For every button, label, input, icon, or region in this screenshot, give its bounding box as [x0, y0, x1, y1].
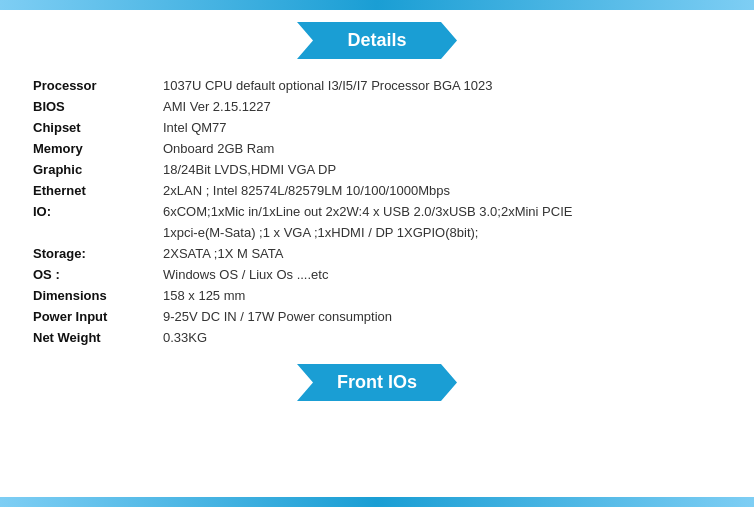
table-row: Storage:2XSATA ;1X M SATA [27, 243, 727, 264]
row-value: AMI Ver 2.15.1227 [157, 96, 727, 117]
row-label: Ethernet [27, 180, 157, 201]
table-row: BIOSAMI Ver 2.15.1227 [27, 96, 727, 117]
table-row: MemoryOnboard 2GB Ram [27, 138, 727, 159]
row-label: OS : [27, 264, 157, 285]
front-ios-banner: Front IOs [297, 364, 457, 401]
row-value: Windows OS / Liux Os ....etc [157, 264, 727, 285]
top-border [0, 0, 754, 10]
row-value: 18/24Bit LVDS,HDMI VGA DP [157, 159, 727, 180]
table-row: 1xpci-e(M-Sata) ;1 x VGA ;1xHDMI / DP 1X… [27, 222, 727, 243]
table-row: Graphic18/24Bit LVDS,HDMI VGA DP [27, 159, 727, 180]
table-row: Ethernet2xLAN ; Intel 82574L/82579LM 10/… [27, 180, 727, 201]
page-content: Details Processor1037U CPU default optio… [0, 10, 754, 497]
details-title: Details [347, 30, 406, 50]
row-label: Storage: [27, 243, 157, 264]
table-row: ChipsetIntel QM77 [27, 117, 727, 138]
row-label: IO: [27, 201, 157, 222]
row-label: Processor [27, 75, 157, 96]
front-ios-banner-shape: Front IOs [297, 364, 457, 401]
table-row: Net Weight0.33KG [27, 327, 727, 348]
row-label: Chipset [27, 117, 157, 138]
row-label: Dimensions [27, 285, 157, 306]
details-banner: Details [297, 22, 457, 59]
table-row: OS :Windows OS / Liux Os ....etc [27, 264, 727, 285]
table-row: IO:6xCOM;1xMic in/1xLine out 2x2W:4 x US… [27, 201, 727, 222]
row-value: 1037U CPU default optional I3/I5/I7 Proc… [157, 75, 727, 96]
row-label: Graphic [27, 159, 157, 180]
table-row: Processor1037U CPU default optional I3/I… [27, 75, 727, 96]
details-table: Processor1037U CPU default optional I3/I… [27, 75, 727, 348]
row-label: Memory [27, 138, 157, 159]
row-value: 158 x 125 mm [157, 285, 727, 306]
row-value: Onboard 2GB Ram [157, 138, 727, 159]
row-value: 0.33KG [157, 327, 727, 348]
row-value: 2XSATA ;1X M SATA [157, 243, 727, 264]
row-label: Net Weight [27, 327, 157, 348]
row-value: 6xCOM;1xMic in/1xLine out 2x2W:4 x USB 2… [157, 201, 727, 222]
row-value: 9-25V DC IN / 17W Power consumption [157, 306, 727, 327]
row-label: BIOS [27, 96, 157, 117]
table-row: Power Input9-25V DC IN / 17W Power consu… [27, 306, 727, 327]
details-banner-shape: Details [297, 22, 457, 59]
row-value: 1xpci-e(M-Sata) ;1 x VGA ;1xHDMI / DP 1X… [157, 222, 727, 243]
row-value: 2xLAN ; Intel 82574L/82579LM 10/100/1000… [157, 180, 727, 201]
front-ios-title: Front IOs [337, 372, 417, 392]
bottom-border [0, 497, 754, 507]
row-value: Intel QM77 [157, 117, 727, 138]
row-label: Power Input [27, 306, 157, 327]
row-label [27, 222, 157, 243]
table-row: Dimensions158 x 125 mm [27, 285, 727, 306]
